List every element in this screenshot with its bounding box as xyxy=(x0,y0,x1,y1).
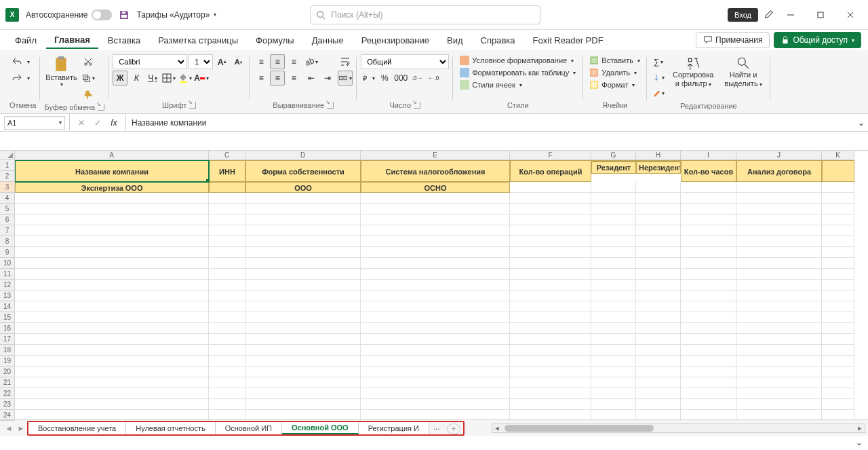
dialog-launcher-icon[interactable] xyxy=(327,102,334,109)
cell[interactable] xyxy=(209,225,245,236)
col-header-e[interactable]: E xyxy=(361,151,510,160)
cell[interactable] xyxy=(245,269,361,280)
cell[interactable] xyxy=(15,280,209,290)
menu-review[interactable]: Рецензирование xyxy=(353,33,437,48)
row-header-2[interactable]: 2 xyxy=(0,171,15,182)
cell[interactable] xyxy=(245,312,361,323)
cell[interactable] xyxy=(822,399,854,410)
dialog-launcher-icon[interactable] xyxy=(414,102,420,109)
cell[interactable] xyxy=(681,290,736,301)
cell[interactable] xyxy=(681,367,736,377)
select-all-corner[interactable] xyxy=(0,151,15,160)
col-header-k[interactable]: K xyxy=(822,151,854,160)
row-header-22[interactable]: 22 xyxy=(0,388,15,399)
cell[interactable] xyxy=(15,377,209,388)
cell-k3[interactable] xyxy=(822,182,854,193)
cell[interactable] xyxy=(15,236,209,247)
cell[interactable] xyxy=(736,312,822,323)
col-header-h[interactable]: H xyxy=(636,151,681,160)
cell[interactable] xyxy=(510,377,591,388)
cell[interactable] xyxy=(15,399,209,410)
cell[interactable] xyxy=(361,345,510,356)
cell[interactable] xyxy=(636,345,681,356)
cell[interactable] xyxy=(209,280,245,290)
cell[interactable] xyxy=(361,399,510,410)
cell[interactable] xyxy=(209,290,245,301)
comments-button[interactable]: Примечания xyxy=(696,32,770,48)
row-header-11[interactable]: 11 xyxy=(0,269,15,280)
increase-font-button[interactable]: A▴ xyxy=(214,54,229,69)
cell-e3[interactable]: ОСНО xyxy=(361,182,510,193)
cell[interactable] xyxy=(245,214,361,225)
cell[interactable] xyxy=(591,356,636,367)
align-middle-button[interactable]: ≡ xyxy=(270,54,285,69)
cell[interactable] xyxy=(822,269,854,280)
cell[interactable] xyxy=(15,367,209,377)
cell[interactable] xyxy=(15,204,209,214)
font-color-button[interactable]: A▾ xyxy=(194,71,209,86)
conditional-formatting-button[interactable]: Условное форматирование▾ xyxy=(457,54,576,67)
cell[interactable] xyxy=(361,388,510,399)
cell[interactable] xyxy=(736,334,822,345)
cell[interactable] xyxy=(822,214,854,225)
cell[interactable] xyxy=(15,247,209,258)
chevron-down-icon[interactable]: ▾ xyxy=(27,59,30,65)
cell[interactable] xyxy=(15,214,209,225)
cell[interactable] xyxy=(636,269,681,280)
cell[interactable] xyxy=(361,323,510,334)
cell[interactable] xyxy=(245,301,361,312)
cell[interactable] xyxy=(681,312,736,323)
cell[interactable] xyxy=(591,410,636,419)
increase-decimal-button[interactable]: .0→ xyxy=(410,71,425,86)
cell[interactable] xyxy=(636,377,681,388)
format-painter-button[interactable] xyxy=(81,87,96,102)
borders-button[interactable]: ▾ xyxy=(161,71,176,86)
underline-button[interactable]: Ч▾ xyxy=(145,71,160,86)
cell[interactable] xyxy=(361,312,510,323)
cell[interactable] xyxy=(681,388,736,399)
paste-button[interactable]: Вставить ▾ xyxy=(44,54,78,89)
cell[interactable] xyxy=(636,367,681,377)
row-header-5[interactable]: 5 xyxy=(0,204,15,214)
row-header-7[interactable]: 7 xyxy=(0,225,15,236)
wrap-text-button[interactable] xyxy=(338,54,353,69)
decrease-indent-button[interactable]: ⇤ xyxy=(304,71,319,86)
menu-layout[interactable]: Разметка страницы xyxy=(150,33,246,48)
cell[interactable] xyxy=(245,290,361,301)
tabs-overflow[interactable]: ... xyxy=(429,422,444,434)
cell[interactable] xyxy=(636,301,681,312)
cell[interactable] xyxy=(681,323,736,334)
cell-h3[interactable] xyxy=(636,182,681,193)
cell[interactable] xyxy=(636,388,681,399)
orientation-button[interactable]: ab▾ xyxy=(304,54,319,69)
cell[interactable] xyxy=(245,377,361,388)
cell[interactable] xyxy=(822,334,854,345)
row-header-1[interactable]: 1 xyxy=(0,160,15,171)
tab-nav-right[interactable]: ► xyxy=(15,424,27,432)
cell[interactable] xyxy=(209,410,245,419)
cell[interactable] xyxy=(736,377,822,388)
cell[interactable] xyxy=(209,388,245,399)
cell[interactable] xyxy=(245,399,361,410)
cell[interactable] xyxy=(510,323,591,334)
cell[interactable] xyxy=(15,258,209,269)
cell[interactable] xyxy=(245,258,361,269)
cell[interactable] xyxy=(822,356,854,367)
cell-g3[interactable] xyxy=(591,182,636,193)
row-header-18[interactable]: 18 xyxy=(0,345,15,356)
cell[interactable] xyxy=(510,269,591,280)
cell[interactable] xyxy=(510,356,591,367)
comma-button[interactable]: 000 xyxy=(393,71,408,86)
cell[interactable] xyxy=(510,399,591,410)
cell[interactable] xyxy=(15,345,209,356)
cell-d1[interactable]: Форма собственности xyxy=(245,160,361,182)
cell[interactable] xyxy=(681,258,736,269)
cell[interactable] xyxy=(245,410,361,419)
cell[interactable] xyxy=(636,312,681,323)
cell[interactable] xyxy=(15,193,209,204)
row-header-21[interactable]: 21 xyxy=(0,377,15,388)
cell[interactable] xyxy=(591,388,636,399)
save-icon[interactable] xyxy=(119,10,130,20)
expand-formula-bar-button[interactable]: ⌄ xyxy=(854,118,868,128)
cell[interactable] xyxy=(591,323,636,334)
